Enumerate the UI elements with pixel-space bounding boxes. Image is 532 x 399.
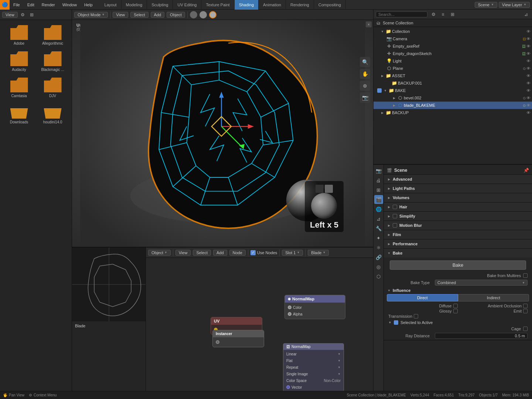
selected-to-active-checkbox[interactable] — [394, 320, 398, 325]
tree-item-camera[interactable]: 📷 Camera ⊡ 👁 — [374, 35, 532, 42]
dragon-eye[interactable]: 👁 — [526, 51, 531, 56]
emit-checkbox[interactable] — [523, 309, 528, 313]
viewport-shading-rendered[interactable] — [209, 11, 216, 18]
props-output-btn[interactable]: 🖨 — [374, 176, 383, 185]
props-modifier-btn[interactable]: 🔧 — [374, 224, 383, 233]
section-volumes-header[interactable]: ▶ Volumes — [384, 193, 532, 202]
props-physics-btn[interactable]: ⚛ — [374, 243, 383, 252]
props-render-btn[interactable]: 📷 — [374, 166, 383, 175]
workspace-shading[interactable]: Shading — [235, 0, 259, 10]
tree-item-asset[interactable]: ▶ 📁 ASSET 👁 — [374, 72, 532, 79]
workspace-texture-paint[interactable]: Texture Paint — [201, 0, 234, 10]
section-light-paths-header[interactable]: ▶ Light Paths — [384, 184, 532, 193]
viewport-shading-material[interactable] — [200, 11, 207, 18]
props-particles-btn[interactable]: ✦ — [374, 233, 383, 242]
node-instancer[interactable]: Instancer — [212, 330, 264, 347]
slot-selector[interactable]: Slot 1 ▼ — [282, 250, 303, 256]
node-add-btn[interactable]: Add — [213, 250, 227, 256]
folder-houdini[interactable]: houdini14.0 — [37, 102, 69, 126]
workspace-layout[interactable]: Layout — [100, 0, 122, 10]
pin-btn[interactable]: 📌 — [524, 168, 529, 173]
outliner-search-input[interactable] — [376, 11, 427, 17]
motion-blur-checkbox[interactable] — [393, 223, 397, 228]
section-hair-header[interactable]: ▶ Hair — [384, 202, 532, 211]
ambient-occlusion-checkbox[interactable] — [523, 304, 528, 308]
folder-djv[interactable]: DJV — [37, 75, 69, 100]
tree-item-blade-blakeme[interactable]: ▶ ⬡ blade_BLAKEME ⊙ 👁 — [374, 102, 532, 109]
bevel-eye[interactable]: 👁 — [526, 96, 531, 100]
outliner-views-btn[interactable]: ⊞ — [449, 11, 456, 18]
blade-eye[interactable]: 👁 — [526, 103, 531, 108]
pan-btn[interactable]: ✋ — [360, 69, 370, 79]
asset-eye[interactable]: 👁 — [526, 74, 531, 78]
hair-checkbox[interactable] — [393, 205, 397, 209]
tree-item-plane[interactable]: ⬡ Plane ⊙ 👁 — [374, 65, 532, 72]
node-select-btn[interactable]: Select — [193, 250, 211, 256]
props-world-btn[interactable]: 🌐 — [374, 205, 383, 214]
outliner-sort-btn[interactable]: ≡ — [439, 11, 447, 18]
backup001-eye[interactable]: 👁 — [526, 81, 531, 85]
sidebar-list-btn[interactable]: ⊞ — [28, 11, 35, 18]
material-selector[interactable]: Blade ▼ — [308, 250, 329, 256]
context-menu-btn[interactable]: ⚙ Context Menu — [29, 393, 57, 397]
light-eye[interactable]: 👁 — [526, 59, 531, 63]
cage-checkbox[interactable] — [523, 327, 528, 331]
viewport-object-btn[interactable]: Object — [167, 12, 185, 18]
view-layer-selector[interactable]: View Layer ▼ — [499, 2, 530, 8]
folder-downloads[interactable]: Downloads — [3, 102, 35, 126]
node-mode-selector[interactable]: Object ▼ — [148, 250, 171, 256]
node-normalmap-sub[interactable]: 🖼 NormalMap Linear ▼ Flat ▼ — [283, 343, 344, 391]
props-data-btn[interactable]: ◎ — [374, 262, 383, 271]
pan-view-btn[interactable]: 🖐 Pan View — [3, 393, 24, 397]
workspace-uv-editing[interactable]: UV Editing — [173, 0, 201, 10]
workspace-sculpting[interactable]: Sculpting — [147, 0, 173, 10]
bake-button[interactable]: Bake — [390, 260, 526, 270]
node-view-btn[interactable]: View — [175, 250, 191, 256]
bake-type-dropdown[interactable]: Combined ▼ — [435, 280, 528, 286]
plane-eye[interactable]: 👁 — [526, 66, 531, 71]
workspace-rendering[interactable]: Rendering — [286, 0, 314, 10]
section-simplify-header[interactable]: ▶ Simplify — [384, 212, 532, 221]
use-nodes-checkbox[interactable]: ✓ Use Nodes — [250, 250, 277, 255]
blender-logo[interactable]: 🔵 — [0, 0, 10, 10]
viewport-3d[interactable]: User Perspective (0) Scene Collection | … — [72, 20, 373, 247]
menu-edit[interactable]: Edit — [24, 0, 38, 9]
viewport-close-btn[interactable]: × — [366, 21, 372, 27]
menu-help[interactable]: Help — [81, 0, 96, 9]
simplify-checkbox[interactable] — [393, 214, 397, 218]
node-normalmap[interactable]: ◉ NormalMap Color Alpha — [284, 295, 345, 319]
folder-camtasia[interactable]: Camtasia — [3, 75, 35, 100]
section-film-header[interactable]: ▶ Film — [384, 230, 532, 239]
bkp-eye[interactable]: 👁 — [526, 110, 531, 115]
bake-from-multires-checkbox[interactable] — [523, 273, 528, 278]
orbit-btn[interactable]: ⊕ — [360, 81, 370, 91]
props-material-btn[interactable]: ⬡ — [374, 272, 383, 281]
tree-item-backup001[interactable]: 📁 BACKUP.001 👁 — [374, 79, 532, 87]
sidebar-filter-btn[interactable]: ⚙ — [19, 11, 27, 18]
folder-adobe[interactable]: Adobe — [3, 23, 35, 48]
viewport-add-btn[interactable]: Add — [151, 12, 165, 18]
viewport-select-btn[interactable]: Select — [130, 12, 149, 18]
workspace-compositing[interactable]: Compositing — [314, 0, 346, 10]
node-node-btn[interactable]: Node — [229, 250, 246, 256]
ray-distance-value[interactable]: 0.5 m — [435, 333, 528, 339]
tree-item-bake[interactable]: ▼ 📁 BAKE 👁 — [374, 87, 532, 94]
camera-view-btn[interactable]: 📷 — [360, 92, 370, 103]
tree-item-empty-axeref[interactable]: ✛ Empty_axeRef 🖼 👁 — [374, 42, 532, 50]
menu-file[interactable]: File — [10, 0, 24, 9]
workspace-animation[interactable]: Animation — [259, 0, 286, 10]
sidebar-view-btn[interactable]: View — [2, 12, 18, 18]
folder-audacity[interactable]: Audacity — [3, 49, 35, 74]
tree-item-bevel002[interactable]: ▶ ⬡ bevel.002 ⊙ 👁 — [374, 94, 532, 102]
outliner-filter2-btn[interactable]: ⊿ — [522, 11, 530, 18]
outliner-filter-btn[interactable]: ⚙ — [430, 11, 437, 18]
diffuse-checkbox[interactable] — [453, 304, 458, 308]
indirect-btn[interactable]: Indirect — [458, 294, 529, 301]
glossy-checkbox[interactable] — [453, 309, 458, 313]
section-motion-blur-header[interactable]: ▶ Motion Blur — [384, 221, 532, 230]
direct-btn[interactable]: Direct — [387, 294, 458, 301]
zoom-btn[interactable]: 🔍 — [360, 57, 370, 67]
bake-eye[interactable]: 👁 — [526, 88, 531, 93]
tree-item-collection[interactable]: ▼ 📁 Collection 👁 — [374, 28, 532, 35]
node-canvas[interactable]: ◉ Fac 1.000 Color — [146, 258, 373, 391]
